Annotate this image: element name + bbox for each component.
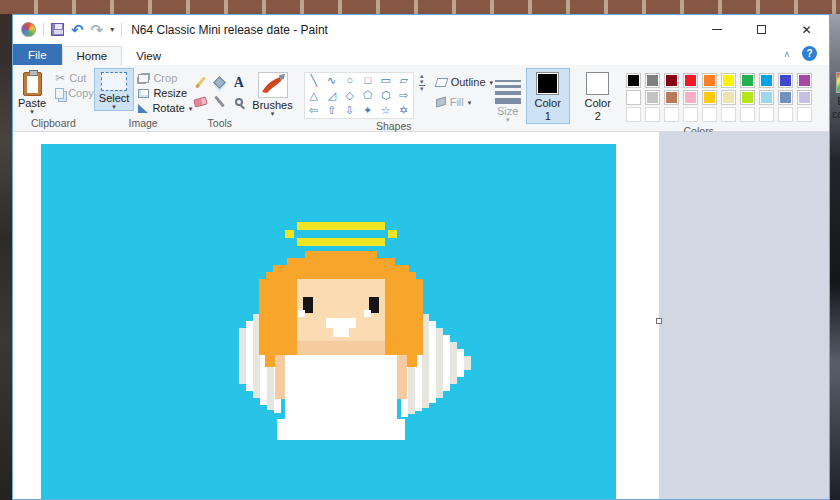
size-group-label — [490, 128, 526, 131]
palette-swatch-empty[interactable] — [797, 107, 812, 122]
collapse-ribbon-icon[interactable]: ∧ — [783, 49, 790, 59]
palette-swatch[interactable] — [740, 90, 755, 105]
help-icon[interactable]: ? — [802, 46, 817, 61]
group-shapes: ╲∿○□▭▱△◿◇⬠⬡⇨⇦⇧⇩✦☆✡ ▲ ▼ ▼ Outline ▾ Fill — [298, 65, 490, 131]
shape-item[interactable]: ⬡ — [377, 88, 395, 103]
fill-tool[interactable] — [211, 74, 228, 91]
redo-icon[interactable]: ↷ — [91, 22, 104, 37]
color2-button[interactable]: Color 2 — [576, 68, 620, 124]
canvas-page[interactable] — [13, 132, 659, 499]
resize-button[interactable]: Resize — [138, 87, 192, 99]
palette-swatch[interactable] — [683, 73, 698, 88]
outline-button[interactable]: Outline ▾ — [436, 76, 493, 88]
shape-item[interactable]: ▭ — [377, 73, 395, 88]
magnifier-tool[interactable] — [230, 93, 247, 110]
palette-swatch-empty[interactable] — [664, 107, 679, 122]
palette-swatch[interactable] — [645, 73, 660, 88]
undo-icon[interactable]: ↶ — [71, 22, 84, 37]
qat-dropdown-icon[interactable]: ▾ — [110, 25, 114, 34]
angel-pixel — [326, 318, 356, 328]
shape-item[interactable]: ◇ — [341, 88, 359, 103]
palette-swatch[interactable] — [759, 73, 774, 88]
tab-file[interactable]: File — [13, 44, 62, 65]
shape-item[interactable]: ✡ — [395, 103, 413, 118]
palette-swatch[interactable] — [626, 90, 641, 105]
shape-item[interactable]: ⇨ — [395, 88, 413, 103]
palette-swatch[interactable] — [797, 90, 812, 105]
shape-item[interactable]: ☆ — [377, 103, 395, 118]
palette-swatch[interactable] — [721, 73, 736, 88]
palette-swatch-empty[interactable] — [683, 107, 698, 122]
palette-swatch-empty[interactable] — [702, 107, 717, 122]
minimize-button[interactable] — [694, 15, 739, 44]
rotate-button[interactable]: Rotate ▾ — [138, 102, 192, 114]
angel-pixel — [364, 310, 371, 317]
brushes-button[interactable]: Brushes ▾ — [247, 68, 297, 118]
drawing-canvas[interactable] — [41, 144, 616, 499]
palette-swatch[interactable] — [759, 90, 774, 105]
group-size: Size ▾ — [490, 65, 526, 131]
shape-item[interactable]: ∿ — [323, 73, 341, 88]
cut-icon: ✂ — [55, 72, 65, 84]
palette-swatch[interactable] — [702, 73, 717, 88]
select-button[interactable]: Select ▾ — [94, 68, 135, 111]
maximize-button[interactable] — [739, 15, 784, 44]
crop-icon — [138, 74, 149, 83]
text-icon: A — [234, 75, 244, 91]
palette-swatch[interactable] — [702, 90, 717, 105]
palette-swatch[interactable] — [797, 73, 812, 88]
palette-swatch-empty[interactable] — [645, 107, 660, 122]
angel-pixel — [298, 310, 305, 317]
close-button[interactable]: ✕ — [784, 15, 829, 44]
tab-view[interactable]: View — [122, 47, 175, 65]
palette-swatch-empty[interactable] — [759, 107, 774, 122]
save-icon[interactable] — [51, 23, 64, 36]
shape-item[interactable]: ▱ — [395, 73, 413, 88]
canvas-resize-handle[interactable] — [656, 318, 662, 324]
palette-swatch[interactable] — [626, 73, 641, 88]
angel-pixel — [397, 355, 407, 399]
title-bar[interactable]: ↶ ↷ ▾ N64 Classic Mini release date - Pa… — [13, 15, 829, 44]
text-tool[interactable]: A — [230, 74, 247, 91]
shape-item[interactable]: ⬠ — [359, 88, 377, 103]
palette-swatch[interactable] — [778, 73, 793, 88]
cut-button[interactable]: ✂ Cut — [55, 72, 94, 84]
palette-swatch-empty[interactable] — [721, 107, 736, 122]
fill-icon — [436, 97, 446, 108]
color-picker-tool[interactable] — [211, 93, 228, 110]
shape-item[interactable]: ⇩ — [341, 103, 359, 118]
shape-item[interactable]: □ — [359, 73, 377, 88]
shape-item[interactable]: ⇦ — [305, 103, 323, 118]
shape-item[interactable]: ◿ — [323, 88, 341, 103]
shape-item[interactable]: ○ — [341, 73, 359, 88]
palette-swatch-empty[interactable] — [778, 107, 793, 122]
pencil-tool[interactable] — [192, 74, 209, 91]
copy-button[interactable]: Copy — [55, 87, 94, 99]
palette-swatch[interactable] — [778, 90, 793, 105]
palette-swatch[interactable] — [683, 90, 698, 105]
minimize-icon — [712, 29, 722, 30]
fill-button[interactable]: Fill ▾ — [436, 96, 493, 108]
palette-swatch[interactable] — [645, 90, 660, 105]
shapes-overflow-icon[interactable]: ▼ — [419, 85, 425, 92]
paste-button[interactable]: Paste ▾ — [13, 68, 51, 116]
size-button[interactable]: Size ▾ — [490, 68, 526, 124]
shape-item[interactable]: ✦ — [359, 103, 377, 118]
color1-button[interactable]: Color 1 — [526, 68, 570, 124]
palette-swatch[interactable] — [721, 90, 736, 105]
edit-colors-button[interactable]: Edit colors — [822, 68, 840, 122]
outline-icon — [434, 78, 448, 87]
eraser-tool[interactable] — [192, 93, 209, 110]
shape-item[interactable]: ╲ — [305, 73, 323, 88]
tab-home[interactable]: Home — [62, 46, 123, 65]
palette-swatch-empty[interactable] — [626, 107, 641, 122]
shape-item[interactable]: ⇧ — [323, 103, 341, 118]
palette-swatch[interactable] — [740, 73, 755, 88]
palette-swatch-empty[interactable] — [740, 107, 755, 122]
palette-swatch[interactable] — [664, 73, 679, 88]
angel-pixel — [305, 251, 377, 258]
shape-item[interactable]: △ — [305, 88, 323, 103]
crop-button[interactable]: Crop — [138, 72, 192, 84]
palette-swatch[interactable] — [664, 90, 679, 105]
angel-pixel — [388, 230, 397, 238]
